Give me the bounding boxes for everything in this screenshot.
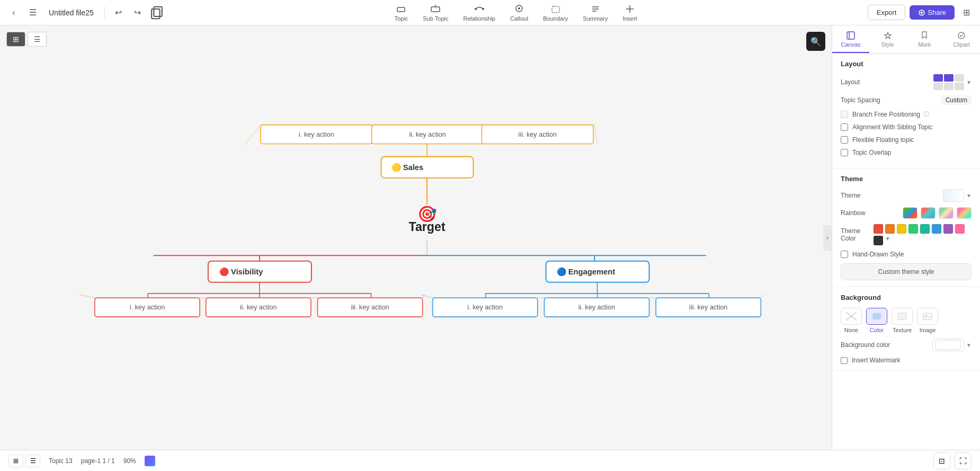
layout-dot-2 [944,74,954,82]
brand-icon [145,456,155,466]
svg-rect-69 [872,313,881,319]
svg-rect-3 [431,7,440,12]
flexible-floating-row: Flexible Floating topic [841,136,972,144]
bg-option-image[interactable]: Image [917,308,938,333]
svg-rect-1 [154,6,162,16]
fit-page-button[interactable]: ⊡ [933,452,950,469]
topic-tool[interactable]: Topic [388,2,415,24]
color-swatch-dark[interactable] [874,236,883,245]
redo-button[interactable]: ↪ [130,5,145,20]
watermark-checkbox[interactable] [841,357,848,364]
branch-free-checkbox[interactable] [841,111,848,118]
color-swatch-blue[interactable] [932,224,941,234]
topic-overlap-text: Topic Overlap [852,149,891,156]
layout-options: ▼ [933,74,972,90]
watermark-label: Insert Watermark [852,357,901,364]
share-button[interactable]: Share [910,5,955,20]
color-swatch-pink[interactable] [955,224,965,234]
color-swatch-purple[interactable] [943,224,953,234]
fullscreen-button[interactable]: ⛶ [955,452,972,469]
back-button[interactable]: ‹ [6,5,21,20]
bg-texture-icon [892,308,913,325]
undo-button[interactable]: ↩ [111,5,126,20]
layout-grid[interactable] [933,74,964,90]
menu-button[interactable]: ☰ [25,5,40,20]
summary-tool-label: Summary [583,15,608,22]
hand-drawn-text: Hand-Drawn Style [852,251,904,258]
color-swatch-yellow[interactable] [897,224,906,234]
color-palette: ▼ [874,224,972,245]
bg-color-chevron-icon[interactable]: ▼ [966,342,972,348]
rainbow-option-3[interactable] [939,207,954,219]
background-options: None Color Texture [841,308,972,333]
layout-chevron-icon[interactable]: ▼ [966,79,972,85]
color-swatch-green[interactable] [908,224,918,234]
topic-overlap-checkbox[interactable] [841,149,848,156]
custom-theme-button[interactable]: Custom theme style [841,263,972,280]
rainbow-option-4[interactable] [957,207,972,219]
layout-section: Layout Layout ▼ Top [832,54,980,168]
insert-tool-label: Insert [622,15,637,22]
svg-rect-0 [152,9,159,19]
flexible-floating-checkbox[interactable] [841,136,848,144]
color-chevron-icon[interactable]: ▼ [885,236,890,245]
boundary-tool-label: Boundary [543,15,568,22]
background-section-title: Background [841,294,972,301]
layout-dot-3 [955,74,964,82]
bg-color-swatch[interactable] [932,339,964,351]
list-view-button[interactable]: ☰ [28,32,47,47]
theme-chevron-icon[interactable]: ▼ [966,193,972,199]
alignment-sibling-checkbox[interactable] [841,123,848,131]
summary-tool[interactable]: Summary [576,2,614,24]
svg-text:ii. key action: ii. key action [240,304,277,311]
search-button[interactable]: 🔍 [806,32,825,51]
rainbow-row: Rainbow [841,207,972,219]
svg-text:🔴 Visibility: 🔴 Visibility [219,267,263,277]
boundary-tool[interactable]: Boundary [537,2,574,24]
bg-option-texture[interactable]: Texture [892,308,913,333]
insert-tool[interactable]: Insert [616,2,644,24]
canvas-area[interactable]: ⊞ ☰ 🔍 › 🎯 Target 🟡 Sales [0,25,832,450]
topic-spacing-label: Topic Spacing [841,96,880,104]
bg-color-select[interactable]: ▼ [932,339,972,351]
tab-style[interactable]: Style [869,25,906,53]
collapse-panel-button[interactable]: › [823,225,832,251]
branch-free-text: Branch Free Positioning [852,111,920,118]
color-swatch-red[interactable] [874,224,883,234]
rainbow-option-2[interactable] [921,207,936,219]
bg-color-row: Background color ▼ [841,339,972,351]
bg-none-icon [841,308,862,325]
bg-color-label: Color [870,327,884,333]
bg-texture-label: Texture [893,327,912,333]
more-button[interactable]: ⊞ [959,5,974,20]
tab-clipart[interactable]: Clipart [943,25,980,53]
tab-mark[interactable]: Mark [906,25,943,53]
page-grid-button[interactable]: ⊞ [8,455,23,467]
export-button[interactable]: Export [868,5,906,20]
color-swatch-orange[interactable] [885,224,895,234]
relationship-tool-label: Relationship [463,15,495,22]
topic-tool-label: Topic [395,15,408,22]
hand-drawn-label: Hand-Drawn Style [852,251,904,258]
bg-option-none[interactable]: None [841,308,862,333]
rainbow-option-1[interactable] [903,207,917,219]
layout-dot-6 [955,83,964,90]
copy-button[interactable] [149,5,164,20]
callout-tool[interactable]: Callout [504,2,534,24]
bg-option-color[interactable]: Color [866,308,887,333]
branch-free-label: Branch Free Positioning ⓘ [852,110,929,118]
bg-none-label: None [844,327,858,333]
info-icon[interactable]: ⓘ [923,110,929,118]
divider [104,6,105,19]
page-info: page-1 1 / 1 [81,457,115,465]
color-swatch-teal[interactable] [920,224,930,234]
hand-drawn-checkbox[interactable] [841,251,848,258]
svg-rect-64 [847,32,854,39]
grid-view-button[interactable]: ⊞ [6,32,25,47]
page-list-button[interactable]: ☰ [25,455,40,467]
theme-select[interactable]: ▼ [943,189,972,202]
tab-canvas[interactable]: Canvas [832,25,869,53]
subtopic-tool[interactable]: Sub Topic [416,2,455,24]
svg-text:🟡 Sales: 🟡 Sales [391,163,424,172]
relationship-tool[interactable]: Relationship [457,2,502,24]
